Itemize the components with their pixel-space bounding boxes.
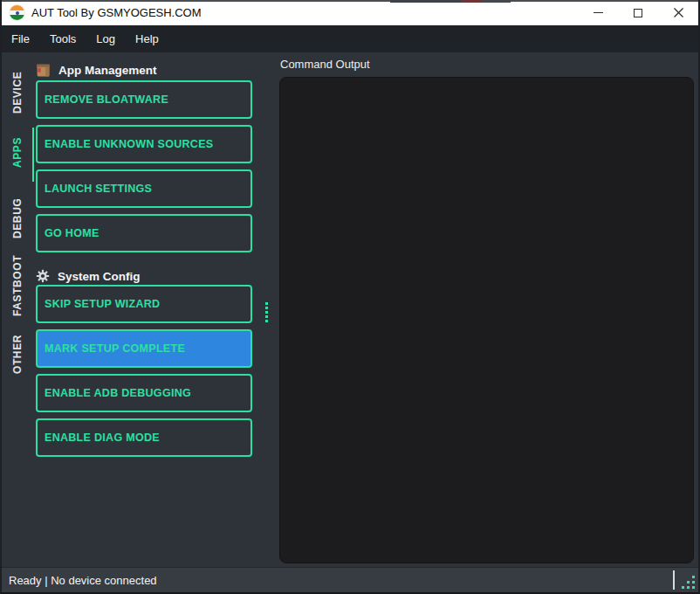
- button-skip-setup-wizard[interactable]: SKIP SETUP WIZARD: [36, 285, 252, 323]
- resize-grip[interactable]: [679, 573, 697, 591]
- titlebar[interactable]: AUT Tool By GSMYOGESH.COM: [2, 0, 698, 25]
- button-go-home[interactable]: GO HOME: [36, 214, 252, 252]
- sidebar-tab-debug[interactable]: DEBUG: [2, 192, 33, 245]
- minimize-button[interactable]: [578, 0, 618, 25]
- menubar: File Tools Log Help: [2, 25, 698, 52]
- background-window-fragment: [390, 0, 462, 3]
- panel-splitter-handle[interactable]: [265, 302, 268, 322]
- button-remove-bloatware[interactable]: REMOVE BLOATWARE: [36, 80, 252, 119]
- section-header-app-management: App Management: [36, 59, 252, 80]
- sidebar-tab-apps[interactable]: APPS: [2, 128, 33, 176]
- close-icon: [674, 8, 683, 17]
- window-top-border: [2, 0, 698, 2]
- sidebar-tab-device[interactable]: DEVICE: [2, 68, 33, 117]
- section-header-system-config: System Config: [36, 267, 252, 285]
- section-title: App Management: [58, 64, 157, 77]
- command-output-label: Command Output: [280, 58, 370, 71]
- button-enable-adb-debugging[interactable]: ENABLE ADB DEBUGGING: [36, 374, 252, 412]
- statusbar-divider: [673, 570, 675, 590]
- maximize-icon: [634, 9, 642, 17]
- background-window-fragment: [481, 0, 511, 3]
- button-mark-setup-complete[interactable]: MARK SETUP COMPLETE: [36, 329, 252, 368]
- statusbar: Ready | No device connected: [2, 567, 698, 592]
- button-enable-unknown-sources[interactable]: ENABLE UNKNOWN SOURCES: [36, 125, 252, 163]
- app-window: AUT Tool By GSMYOGESH.COM File Tools Log…: [0, 0, 700, 594]
- menu-file[interactable]: File: [3, 25, 38, 52]
- command-output-area[interactable]: [279, 77, 694, 563]
- status-text: Ready | No device connected: [9, 574, 157, 587]
- button-launch-settings[interactable]: LAUNCH SETTINGS: [36, 169, 252, 208]
- gear-icon: [36, 269, 50, 283]
- app-logo-icon: [10, 5, 24, 20]
- menu-help[interactable]: Help: [127, 25, 167, 52]
- button-enable-diag-mode[interactable]: ENABLE DIAG MODE: [36, 418, 252, 457]
- minimize-icon: [594, 12, 603, 13]
- main-content: DEVICE APPS DEBUG FASTBOOT OTHER App Man…: [2, 52, 698, 567]
- tools-panel: App Management REMOVE BLOATWARE ENABLE U…: [36, 59, 252, 463]
- window-controls: [578, 0, 698, 25]
- close-button[interactable]: [658, 0, 698, 25]
- menu-log[interactable]: Log: [88, 25, 123, 52]
- maximize-button[interactable]: [618, 0, 658, 25]
- menu-tools[interactable]: Tools: [42, 25, 84, 52]
- sidebar-tab-other[interactable]: OTHER: [2, 328, 33, 381]
- package-icon: [36, 63, 51, 78]
- active-tab-indicator: [32, 128, 34, 182]
- sidebar-tab-fastboot[interactable]: FASTBOOT: [2, 252, 33, 320]
- background-window-fragment: [462, 0, 481, 3]
- window-title: AUT Tool By GSMYOGESH.COM: [31, 6, 202, 19]
- section-title: System Config: [58, 270, 141, 283]
